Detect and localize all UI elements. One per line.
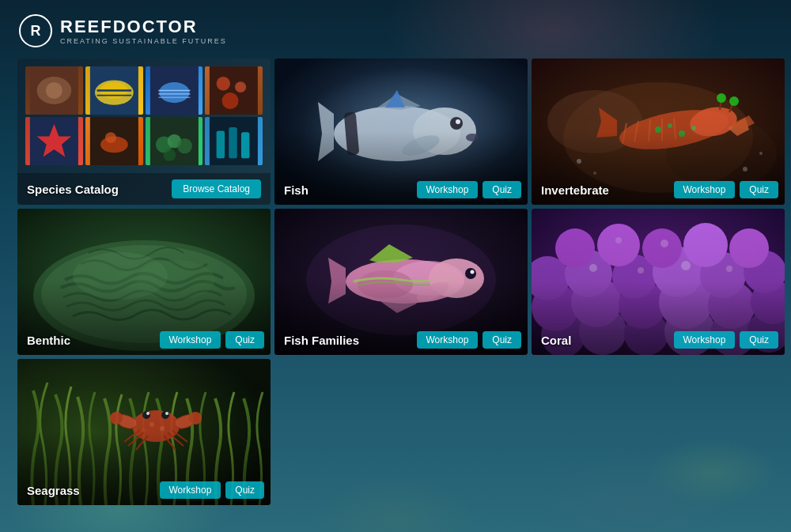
- header: R REEFDOCTOR CREATING SUSTAINABLE FUTURE…: [0, 0, 791, 57]
- fishfam-label: Fish Families: [284, 334, 359, 347]
- invertebrate-label: Invertebrate: [541, 183, 609, 197]
- benthic-actions: Workshop Quiz: [160, 331, 265, 349]
- fishfam-actions: Workshop Quiz: [417, 331, 522, 349]
- benthic-quiz-button[interactable]: Quiz: [225, 331, 264, 349]
- catalog-label: Species Catalog: [27, 183, 119, 196]
- svg-point-9: [159, 82, 189, 103]
- fish-actions: Workshop Quiz: [417, 181, 522, 198]
- card-invertebrate[interactable]: Invertebrate Workshop Quiz: [532, 58, 785, 205]
- svg-point-25: [176, 138, 191, 153]
- svg-point-26: [163, 149, 176, 161]
- seagrass-quiz-button[interactable]: Quiz: [225, 481, 264, 499]
- fishfam-quiz-button[interactable]: Quiz: [483, 331, 521, 349]
- fish-quiz-button[interactable]: Quiz: [483, 181, 521, 198]
- coral-label: Coral: [541, 334, 571, 347]
- benthic-workshop-button[interactable]: Workshop: [160, 331, 221, 349]
- benthic-label: Benthic: [27, 334, 70, 347]
- card-fish[interactable]: Fish Workshop Quiz: [274, 58, 528, 205]
- thumb-5: [25, 117, 83, 165]
- app-name: REEFDOCTOR: [60, 17, 227, 37]
- card-benthic[interactable]: Benthic Workshop Quiz: [17, 209, 271, 355]
- invertebrate-actions: Workshop Quiz: [674, 181, 779, 198]
- thumb-6: [85, 117, 143, 165]
- svg-point-14: [217, 77, 230, 90]
- invertebrate-workshop-button[interactable]: Workshop: [674, 181, 736, 198]
- seagrass-workshop-button[interactable]: Workshop: [160, 481, 221, 499]
- seagrass-actions: Workshop Quiz: [160, 481, 265, 499]
- coral-workshop-button[interactable]: Workshop: [674, 331, 736, 349]
- thumb-1: [25, 66, 83, 115]
- svg-point-15: [235, 81, 246, 92]
- fish-label: Fish: [284, 183, 308, 197]
- card-coral[interactable]: Coral Workshop Quiz: [532, 209, 785, 355]
- fish-workshop-button[interactable]: Workshop: [417, 181, 479, 198]
- catalog-bottom: Species Catalog Browse Catalog: [17, 173, 271, 205]
- card-species-catalog[interactable]: Species Catalog Browse Catalog: [17, 58, 271, 205]
- thumb-7: [146, 117, 203, 165]
- card-seagrass[interactable]: Seagrass Workshop Quiz: [17, 359, 271, 505]
- fishfam-workshop-button[interactable]: Workshop: [417, 331, 479, 349]
- logo-icon: R: [19, 14, 52, 47]
- coral-quiz-button[interactable]: Quiz: [740, 331, 778, 349]
- logo-text: REEFDOCTOR CREATING SUSTAINABLE FUTURES: [60, 17, 227, 45]
- coral-actions: Workshop Quiz: [674, 331, 779, 349]
- card-grid: Species Catalog Browse Catalog: [0, 58, 791, 505]
- svg-point-21: [105, 132, 116, 143]
- thumb-3: [146, 66, 203, 115]
- invertebrate-quiz-button[interactable]: Quiz: [740, 181, 778, 198]
- svg-rect-28: [217, 130, 225, 158]
- browse-catalog-button[interactable]: Browse Catalog: [172, 179, 261, 198]
- seagrass-label: Seagrass: [27, 484, 80, 497]
- thumb-4: [205, 66, 263, 115]
- svg-point-16: [222, 92, 239, 109]
- thumb-2: [85, 66, 143, 115]
- thumb-8: [205, 117, 263, 165]
- app-tagline: CREATING SUSTAINABLE FUTURES: [60, 37, 227, 45]
- catalog-thumbnails: [17, 58, 271, 173]
- svg-rect-29: [229, 127, 237, 158]
- svg-point-2: [46, 82, 62, 99]
- svg-rect-30: [241, 132, 249, 158]
- card-fish-families[interactable]: Fish Families Workshop Quiz: [274, 209, 528, 355]
